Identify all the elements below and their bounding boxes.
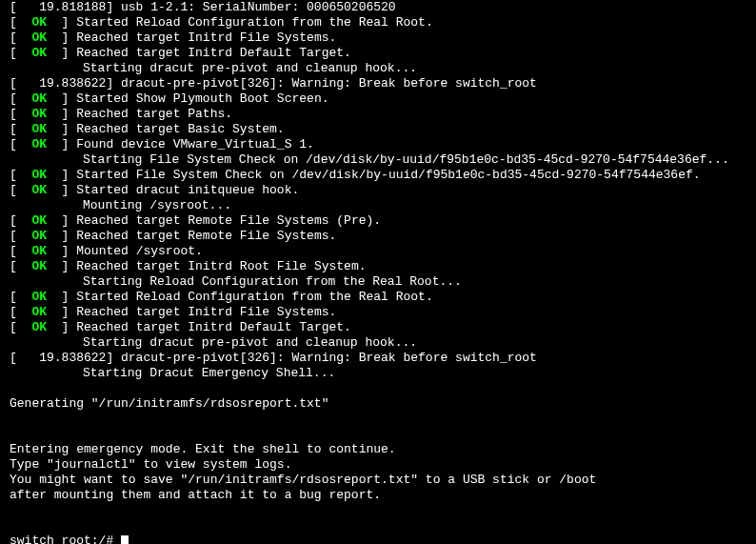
boot-line: [ OK ] Reached target Initrd Default Tar… bbox=[10, 320, 746, 335]
status-bracket-close: ] bbox=[47, 122, 76, 137]
kernel-timestamp-line: [ 19.818188] usb 1-2.1: SerialNumber: 00… bbox=[10, 0, 396, 15]
boot-message: Starting File System Check on /dev/disk/… bbox=[83, 152, 729, 168]
status-ok: OK bbox=[31, 91, 47, 107]
status-bracket-close: ] bbox=[47, 46, 76, 61]
plain-message: after mounting them and attach it to a b… bbox=[10, 488, 381, 503]
status-ok: OK bbox=[31, 213, 47, 229]
boot-message: Found device VMware_Virtual_S 1. bbox=[76, 137, 314, 152]
boot-message: Started Reload Configuration from the Re… bbox=[76, 15, 432, 30]
boot-line: Entering emergency mode. Exit the shell … bbox=[10, 442, 746, 457]
boot-line: Mounting /sysroot... bbox=[10, 198, 746, 213]
status-ok: OK bbox=[31, 30, 47, 46]
boot-message: Started File System Check on /dev/disk/b… bbox=[76, 168, 700, 183]
boot-line bbox=[10, 503, 746, 518]
boot-line: [ 19.818188] usb 1-2.1: SerialNumber: 00… bbox=[10, 0, 746, 15]
kernel-timestamp-line: [ 19.838622] dracut-pre-pivot[326]: Warn… bbox=[10, 76, 537, 91]
boot-message: Mounting /sysroot... bbox=[83, 198, 231, 213]
boot-line: Starting dracut pre-pivot and cleanup ho… bbox=[10, 61, 746, 76]
status-bracket-open: [ bbox=[10, 107, 31, 122]
boot-message: Starting Dracut Emergency Shell... bbox=[83, 366, 335, 381]
status-bracket-close: ] bbox=[47, 107, 76, 122]
boot-line: [ OK ] Started File System Check on /dev… bbox=[10, 168, 746, 183]
status-ok: OK bbox=[31, 183, 47, 198]
status-bracket-close: ] bbox=[47, 305, 76, 320]
boot-line: Generating "/run/initramfs/rdsosreport.t… bbox=[10, 396, 746, 412]
status-bracket-open: [ bbox=[10, 15, 31, 30]
boot-terminal: [ 19.818188] usb 1-2.1: SerialNumber: 00… bbox=[0, 0, 756, 544]
status-bracket-open: [ bbox=[10, 122, 31, 137]
boot-message: Reached target Paths. bbox=[76, 107, 232, 122]
status-bracket-open: [ bbox=[10, 168, 31, 183]
status-bracket-open: [ bbox=[10, 305, 31, 320]
boot-message: Reached target Initrd File Systems. bbox=[76, 305, 336, 320]
cursor-icon bbox=[121, 535, 129, 544]
boot-message: Mounted /sysroot. bbox=[76, 244, 203, 259]
boot-line: [ OK ] Reached target Paths. bbox=[10, 107, 746, 122]
plain-message: You might want to save "/run/initramfs/r… bbox=[10, 473, 596, 488]
status-bracket-open: [ bbox=[10, 290, 31, 305]
boot-line: [ OK ] Mounted /sysroot. bbox=[10, 244, 746, 259]
boot-message: Started dracut initqueue hook. bbox=[76, 183, 299, 198]
status-bracket-close: ] bbox=[47, 320, 76, 335]
status-bracket-close: ] bbox=[47, 168, 76, 183]
status-bracket-close: ] bbox=[47, 30, 76, 46]
boot-line: [ OK ] Started Reload Configuration from… bbox=[10, 290, 746, 305]
boot-line: [ OK ] Found device VMware_Virtual_S 1. bbox=[10, 137, 746, 152]
boot-line bbox=[10, 427, 746, 442]
boot-message: Started Show Plymouth Boot Screen. bbox=[76, 91, 328, 107]
boot-message: Starting Reload Configuration from the R… bbox=[83, 274, 462, 290]
boot-line: [ OK ] Reached target Remote File System… bbox=[10, 229, 746, 244]
status-bracket-open: [ bbox=[10, 320, 31, 335]
boot-line bbox=[10, 381, 746, 396]
boot-line: [ 19.838622] dracut-pre-pivot[326]: Warn… bbox=[10, 351, 746, 366]
boot-message: Started Reload Configuration from the Re… bbox=[76, 290, 432, 305]
status-ok: OK bbox=[31, 107, 47, 122]
status-ok: OK bbox=[31, 244, 47, 259]
plain-message: Type "journalctl" to view system logs. bbox=[10, 457, 291, 473]
kernel-timestamp-line: [ 19.838622] dracut-pre-pivot[326]: Warn… bbox=[10, 351, 537, 366]
status-ok: OK bbox=[31, 259, 47, 274]
boot-line: You might want to save "/run/initramfs/r… bbox=[10, 473, 746, 488]
boot-message: Reached target Basic System. bbox=[76, 122, 284, 137]
status-ok: OK bbox=[31, 290, 47, 305]
status-ok: OK bbox=[31, 168, 47, 183]
status-ok: OK bbox=[31, 122, 47, 137]
status-bracket-open: [ bbox=[10, 229, 31, 244]
status-bracket-close: ] bbox=[47, 259, 76, 274]
shell-prompt-line[interactable]: switch_root:/# bbox=[10, 534, 746, 544]
plain-message: Entering emergency mode. Exit the shell … bbox=[10, 442, 396, 457]
status-bracket-open: [ bbox=[10, 213, 31, 229]
boot-line: [ OK ] Started dracut initqueue hook. bbox=[10, 183, 746, 198]
status-bracket-close: ] bbox=[47, 229, 76, 244]
status-ok: OK bbox=[31, 15, 47, 30]
status-bracket-open: [ bbox=[10, 137, 31, 152]
status-bracket-open: [ bbox=[10, 244, 31, 259]
boot-line: Type "journalctl" to view system logs. bbox=[10, 457, 746, 473]
boot-line: [ OK ] Reached target Initrd File System… bbox=[10, 305, 746, 320]
status-bracket-close: ] bbox=[47, 244, 76, 259]
status-ok: OK bbox=[31, 46, 47, 61]
status-ok: OK bbox=[31, 229, 47, 244]
boot-line: [ 19.838622] dracut-pre-pivot[326]: Warn… bbox=[10, 76, 746, 91]
boot-line: after mounting them and attach it to a b… bbox=[10, 488, 746, 503]
status-bracket-close: ] bbox=[47, 137, 76, 152]
status-bracket-open: [ bbox=[10, 30, 31, 46]
boot-line: Starting File System Check on /dev/disk/… bbox=[10, 152, 746, 168]
shell-prompt: switch_root:/# bbox=[10, 534, 121, 544]
boot-line: Starting Dracut Emergency Shell... bbox=[10, 366, 746, 381]
boot-message: Reached target Initrd Default Target. bbox=[76, 320, 351, 335]
status-ok: OK bbox=[31, 320, 47, 335]
status-bracket-open: [ bbox=[10, 259, 31, 274]
boot-line: [ OK ] Reached target Basic System. bbox=[10, 122, 746, 137]
plain-message: Generating "/run/initramfs/rdsosreport.t… bbox=[10, 396, 328, 412]
boot-line: Starting Reload Configuration from the R… bbox=[10, 274, 746, 290]
status-bracket-close: ] bbox=[47, 15, 76, 30]
boot-line bbox=[10, 412, 746, 427]
status-bracket-open: [ bbox=[10, 183, 31, 198]
boot-message: Starting dracut pre-pivot and cleanup ho… bbox=[83, 61, 417, 76]
boot-message: Reached target Initrd Default Target. bbox=[76, 46, 351, 61]
boot-message: Reached target Remote File Systems (Pre)… bbox=[76, 213, 381, 229]
status-bracket-close: ] bbox=[47, 91, 76, 107]
boot-message: Reached target Remote File Systems. bbox=[76, 229, 336, 244]
boot-line: [ OK ] Reached target Initrd File System… bbox=[10, 30, 746, 46]
